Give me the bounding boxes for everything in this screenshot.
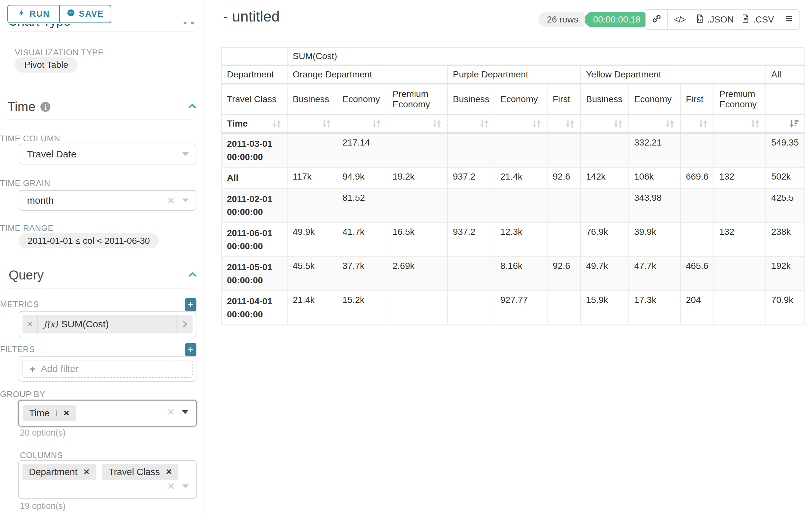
pivot-sort-header-desc[interactable] bbox=[766, 115, 804, 133]
export-json-button[interactable]: .JSON bbox=[692, 10, 736, 29]
caret-down-icon bbox=[182, 152, 189, 156]
info-icon: i bbox=[55, 409, 57, 417]
clear-all-icon[interactable]: ✕ bbox=[167, 406, 175, 417]
pivot-sort-header[interactable] bbox=[387, 115, 447, 133]
remove-tag-icon[interactable]: ✕ bbox=[166, 467, 172, 477]
add-metric-button[interactable]: + bbox=[185, 298, 196, 311]
time-column-label: TIME COLUMN bbox=[0, 134, 60, 143]
chevron-up-icon[interactable] bbox=[187, 270, 197, 281]
pivot-value-cell: 106k bbox=[629, 167, 680, 189]
pivot-value-cell: 425.5 bbox=[766, 188, 804, 222]
pivot-value-cell: 937.2 bbox=[447, 222, 495, 256]
panel-drag-handle[interactable] bbox=[183, 22, 194, 24]
pivot-value-cell: 502k bbox=[766, 167, 804, 189]
pivot-sort-header[interactable] bbox=[680, 115, 714, 133]
pivot-sort-header[interactable] bbox=[714, 115, 766, 133]
time-range-pill[interactable]: 2011-01-01 ≤ col < 2011-06-30 bbox=[19, 233, 159, 248]
pivot-value-cell bbox=[547, 188, 581, 222]
columns-label: COLUMNS bbox=[20, 451, 63, 460]
caret-down-icon bbox=[182, 198, 189, 202]
pivot-value-cell: 21.4k bbox=[287, 291, 337, 325]
caret-down-icon bbox=[182, 484, 189, 488]
groupby-select[interactable]: Time i ✕ ✕ bbox=[18, 400, 197, 427]
columns-tag-travel-class[interactable]: Travel Class ✕ bbox=[102, 464, 178, 480]
pivot-sort-header[interactable] bbox=[629, 115, 680, 133]
json-file-icon bbox=[695, 14, 704, 25]
remove-metric-icon[interactable]: ✕ bbox=[23, 315, 38, 333]
pivot-value-cell: 41.7k bbox=[337, 222, 387, 256]
columns-tag-department[interactable]: Department ✕ bbox=[23, 464, 96, 480]
copy-link-button[interactable] bbox=[646, 10, 667, 29]
pivot-value-cell: 19.2k bbox=[387, 167, 447, 189]
pivot-value-cell bbox=[714, 188, 766, 222]
time-grain-value: month bbox=[19, 195, 167, 206]
filters-label: FILTERS bbox=[0, 344, 35, 354]
more-options-button[interactable] bbox=[778, 10, 800, 29]
chart-title[interactable]: - untitled bbox=[223, 8, 280, 25]
remove-tag-icon[interactable]: ✕ bbox=[63, 409, 70, 417]
pivot-value-cell: 49.7k bbox=[581, 257, 629, 291]
metric-pill[interactable]: ✕ ƒ(x) SUM(Cost) bbox=[23, 315, 193, 333]
pivot-value-cell: 47.7k bbox=[629, 257, 680, 291]
chevron-up-icon[interactable] bbox=[187, 101, 197, 113]
pivot-table-container: SUM(Cost)DepartmentOrange DepartmentPurp… bbox=[221, 47, 805, 325]
pivot-value-cell: 81.52 bbox=[337, 188, 387, 222]
row-count-badge: 26 rows bbox=[539, 12, 587, 27]
pivot-sort-header[interactable] bbox=[495, 115, 547, 133]
view-query-button[interactable]: </> bbox=[667, 10, 692, 29]
save-button[interactable]: SAVE bbox=[59, 5, 111, 23]
remove-tag-icon[interactable]: ✕ bbox=[83, 467, 90, 477]
pivot-sort-header[interactable] bbox=[581, 115, 629, 133]
pivot-value-cell bbox=[287, 133, 337, 167]
add-filter-button[interactable]: + bbox=[185, 343, 196, 356]
columns-tag-label: Travel Class bbox=[109, 467, 160, 477]
visualization-type-pill[interactable]: Pivot Table bbox=[15, 57, 78, 73]
metrics-box: ✕ ƒ(x) SUM(Cost) bbox=[19, 311, 196, 337]
export-csv-button[interactable]: .CSV bbox=[736, 10, 778, 29]
pivot-value-cell bbox=[714, 291, 766, 325]
pivot-row-label: All bbox=[222, 167, 287, 189]
pivot-column-header bbox=[766, 84, 804, 115]
groupby-label: GROUP BY bbox=[0, 389, 45, 399]
pivot-value-cell bbox=[495, 133, 547, 167]
groupby-tag-label: Time bbox=[29, 408, 50, 418]
pivot-value-cell: 21.4k bbox=[495, 167, 547, 189]
link-icon bbox=[652, 14, 662, 26]
pivot-value-cell: 39.9k bbox=[629, 222, 680, 256]
pivot-value-cell: 15.9k bbox=[581, 291, 629, 325]
time-grain-select[interactable]: month ✕ bbox=[19, 190, 196, 211]
pivot-group-header: All bbox=[766, 65, 804, 84]
time-column-select[interactable]: Travel Date bbox=[19, 143, 196, 164]
clear-icon[interactable]: ✕ bbox=[167, 195, 175, 206]
chevron-right-icon[interactable] bbox=[176, 315, 193, 333]
pivot-value-cell: 343.98 bbox=[629, 188, 680, 222]
metric-name: SUM(Cost) bbox=[61, 319, 176, 330]
pivot-value-cell bbox=[387, 133, 447, 167]
pivot-value-cell: 332.21 bbox=[629, 133, 680, 167]
pivot-row-label: 2011-06-01 00:00:00 bbox=[222, 222, 287, 256]
pivot-group-header: Yellow Department bbox=[581, 65, 766, 84]
add-filter-dropzone[interactable]: + Add filter bbox=[23, 360, 193, 378]
pivot-metric-header: SUM(Cost) bbox=[287, 48, 804, 65]
caret-down-icon bbox=[182, 410, 188, 414]
pivot-sort-header[interactable] bbox=[447, 115, 495, 133]
pivot-sort-header[interactable] bbox=[337, 115, 387, 133]
pivot-time-sort-header[interactable]: Time bbox=[222, 115, 287, 133]
query-section-header: Query bbox=[9, 268, 197, 282]
pivot-sort-header[interactable] bbox=[287, 115, 337, 133]
pivot-value-cell bbox=[447, 133, 495, 167]
pivot-value-cell: 204 bbox=[680, 291, 714, 325]
run-button[interactable]: RUN bbox=[8, 5, 59, 23]
json-label: .JSON bbox=[707, 15, 734, 25]
hamburger-menu-icon bbox=[784, 14, 793, 25]
pivot-value-cell: 465.6 bbox=[680, 257, 714, 291]
save-button-label: SAVE bbox=[79, 9, 104, 19]
pivot-sort-header[interactable] bbox=[547, 115, 581, 133]
clear-all-icon[interactable]: ✕ bbox=[167, 481, 175, 492]
pivot-data-row: 2011-04-01 00:00:0021.4k15.2k927.7715.9k… bbox=[222, 291, 804, 325]
pivot-value-cell bbox=[387, 291, 447, 325]
columns-select[interactable]: Department ✕ Travel Class ✕ ✕ bbox=[18, 460, 197, 498]
run-button-label: RUN bbox=[30, 9, 50, 19]
groupby-tag-time[interactable]: Time i ✕ bbox=[23, 405, 76, 421]
pivot-corner-cell bbox=[222, 48, 287, 65]
